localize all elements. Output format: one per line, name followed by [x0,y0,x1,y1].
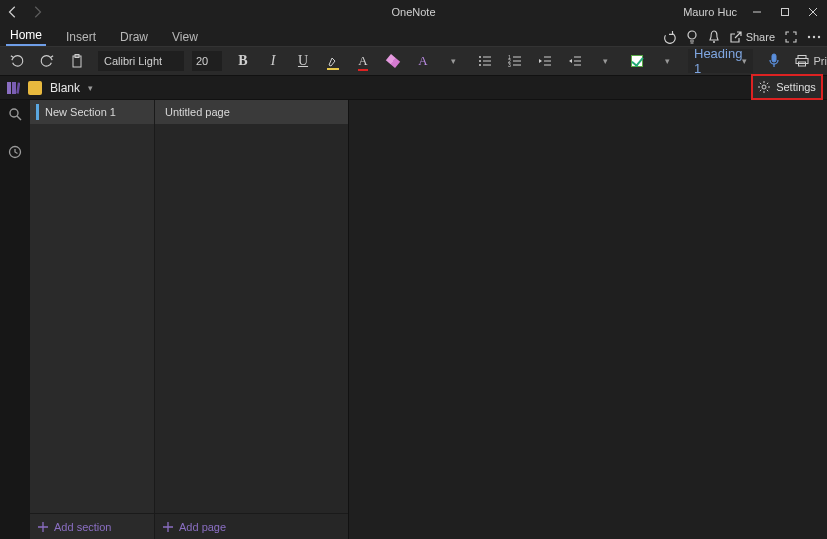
italic-button[interactable]: I [262,50,284,72]
notebook-chevron-icon[interactable]: ▾ [88,83,93,93]
back-icon[interactable] [6,5,20,19]
title-bar: OneNote Mauro Huc [0,0,827,24]
print-icon [795,55,809,67]
svg-rect-36 [16,82,20,93]
add-page-button[interactable]: Add page [155,513,348,539]
svg-text:3: 3 [508,62,511,67]
svg-rect-32 [796,59,808,64]
section-label: New Section 1 [45,106,116,118]
plus-icon [163,522,173,532]
fullscreen-icon[interactable] [785,31,797,43]
svg-point-7 [813,36,815,38]
more-icon[interactable] [807,35,821,39]
bell-icon[interactable] [708,30,720,44]
notebooks-icon[interactable] [6,81,20,95]
print-label: Print [813,55,827,67]
indent-button[interactable] [564,50,586,72]
undo-button[interactable] [6,50,28,72]
text-style-button[interactable]: A [412,50,434,72]
dictate-button[interactable] [763,50,785,72]
svg-rect-1 [782,9,789,16]
share-button[interactable]: Share [730,31,775,43]
chevron-down-icon: ▾ [742,56,747,66]
app-title: OneNote [391,6,435,18]
format-eraser-button[interactable] [382,50,404,72]
minimize-button[interactable] [743,0,771,24]
plus-icon [38,522,48,532]
svg-point-8 [818,36,820,38]
svg-point-15 [479,64,481,66]
settings-menu-item[interactable]: Settings [751,74,823,100]
svg-point-2 [688,31,696,39]
numbered-list-button[interactable]: 123 [504,50,526,72]
svg-point-13 [479,60,481,62]
bold-button[interactable]: B [232,50,254,72]
tab-draw[interactable]: Draw [116,28,152,46]
paragraph-more-chevron-icon[interactable]: ▾ [594,50,616,72]
underline-button[interactable]: U [292,50,314,72]
add-page-label: Add page [179,521,226,533]
print-button[interactable]: Print [795,55,827,67]
page-canvas[interactable] [348,100,827,539]
clipboard-button[interactable] [66,50,88,72]
notebook-bar: Blank ▾ Settings [0,76,827,100]
gear-icon [758,81,770,93]
settings-label: Settings [776,81,816,93]
page-label: Untitled page [165,106,230,118]
redo-button[interactable] [36,50,58,72]
lightbulb-icon[interactable] [686,30,698,44]
highlight-button[interactable] [322,50,344,72]
outdent-button[interactable] [534,50,556,72]
main-area: New Section 1 Add section Untitled page … [0,100,827,539]
rail-recent-button[interactable] [0,140,30,164]
style-select-label: Heading 1 [694,46,742,76]
svg-point-37 [762,85,766,89]
svg-rect-35 [12,82,16,94]
svg-line-39 [17,116,21,120]
ribbon: B I U A A ▾ 123 ▾ ▾ Heading 1 ▾ Print [0,46,827,76]
font-more-chevron-icon[interactable]: ▾ [442,50,464,72]
page-item[interactable]: Untitled page [155,100,348,124]
ribbon-tabs: Home Insert Draw View Share [0,24,827,46]
svg-point-11 [479,56,481,58]
notebook-color-icon [28,81,42,95]
close-button[interactable] [799,0,827,24]
bullet-list-button[interactable] [474,50,496,72]
style-select[interactable]: Heading 1 ▾ [688,49,753,73]
tags-chevron-icon[interactable]: ▾ [656,50,678,72]
svg-point-38 [10,109,18,117]
share-icon [730,31,742,43]
tab-view[interactable]: View [168,28,202,46]
tab-home[interactable]: Home [6,26,46,46]
svg-point-6 [808,36,810,38]
tab-insert[interactable]: Insert [62,28,100,46]
section-color-stripe [36,104,39,120]
maximize-button[interactable] [771,0,799,24]
svg-rect-34 [7,82,11,94]
add-section-label: Add section [54,521,111,533]
notebook-name[interactable]: Blank [50,81,80,95]
undo-ribbon-icon[interactable] [662,30,676,44]
sections-pane: New Section 1 Add section [30,100,154,539]
forward-icon[interactable] [30,5,44,19]
pages-pane: Untitled page Add page [154,100,348,539]
font-name-input[interactable] [98,51,184,71]
nav-rail [0,100,30,539]
font-color-button[interactable]: A [352,50,374,72]
share-label: Share [746,31,775,43]
user-name[interactable]: Mauro Huc [683,6,737,18]
font-size-input[interactable] [192,51,222,71]
svg-rect-29 [772,54,776,62]
section-item[interactable]: New Section 1 [30,100,154,124]
rail-search-button[interactable] [0,102,30,126]
add-section-button[interactable]: Add section [30,513,154,539]
todo-tag-button[interactable] [626,50,648,72]
